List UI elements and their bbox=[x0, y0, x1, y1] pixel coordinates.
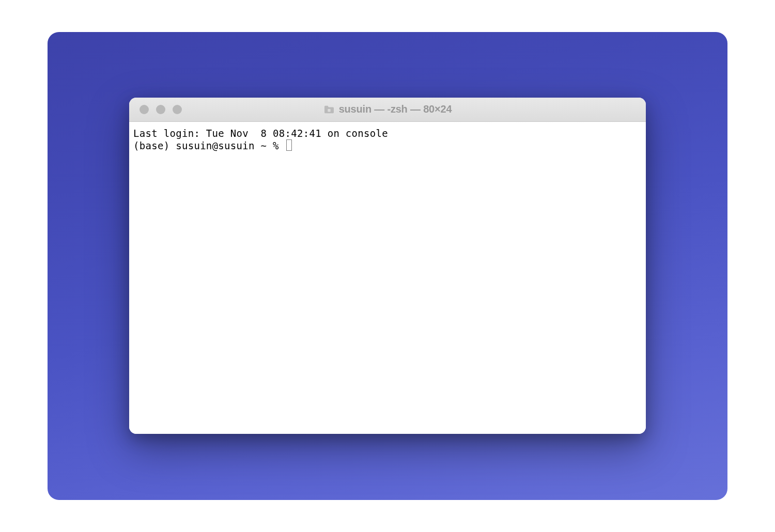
last-login-line: Last login: Tue Nov 8 08:42:41 on consol… bbox=[133, 127, 642, 139]
window-controls bbox=[140, 105, 182, 114]
window-title-bar[interactable]: susuin — -zsh — 80×24 bbox=[129, 98, 646, 122]
prompt-line: (base) susuin@susuin ~ % bbox=[133, 139, 642, 152]
cursor[interactable] bbox=[286, 139, 292, 151]
maximize-button[interactable] bbox=[173, 105, 182, 114]
close-button[interactable] bbox=[140, 105, 149, 114]
title-area: susuin — -zsh — 80×24 bbox=[129, 103, 646, 115]
window-title: susuin — -zsh — 80×24 bbox=[339, 103, 452, 115]
desktop-background: susuin — -zsh — 80×24 Last login: Tue No… bbox=[48, 32, 727, 500]
folder-icon bbox=[323, 105, 335, 114]
terminal-body[interactable]: Last login: Tue Nov 8 08:42:41 on consol… bbox=[129, 122, 646, 434]
minimize-button[interactable] bbox=[156, 105, 165, 114]
terminal-window: susuin — -zsh — 80×24 Last login: Tue No… bbox=[129, 98, 646, 434]
svg-rect-0 bbox=[328, 109, 330, 112]
shell-prompt: (base) susuin@susuin ~ % bbox=[133, 139, 285, 152]
